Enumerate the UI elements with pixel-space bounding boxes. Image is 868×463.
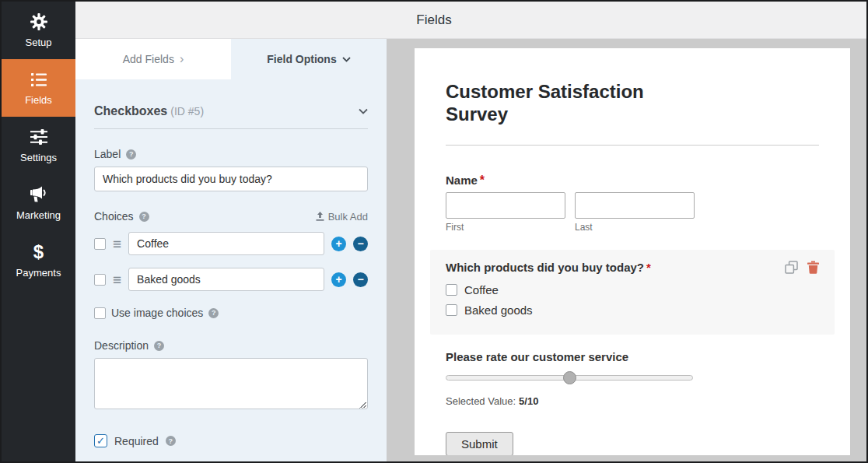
- add-choice-button[interactable]: +: [331, 272, 346, 287]
- field-type-title: Checkboxes(ID #5): [94, 104, 204, 118]
- drag-handle-icon[interactable]: ≡: [113, 272, 121, 287]
- description-textarea[interactable]: [94, 358, 368, 409]
- tab-field-options[interactable]: Field Options: [231, 39, 387, 79]
- sidebar-item-payments[interactable]: $ Payments: [2, 232, 75, 289]
- label-option-row: Label ?: [94, 148, 368, 160]
- choices-option-header: Choices ? Bulk Add: [94, 210, 368, 223]
- option-label: Coffee: [464, 283, 499, 296]
- duplicate-field-icon[interactable]: [785, 261, 798, 274]
- required-asterisk: *: [480, 174, 485, 187]
- topbar: [75, 2, 866, 39]
- name-last-input: [575, 192, 695, 219]
- sidebar-item-fields[interactable]: Fields: [2, 59, 75, 117]
- use-image-choices-row: Use image choices ?: [94, 307, 368, 319]
- slider-selected-value: Selected Value:5/10: [446, 395, 819, 407]
- choice-value-input[interactable]: [128, 232, 324, 255]
- help-icon[interactable]: ?: [166, 436, 176, 446]
- wpforms-form-builder: Fields Setup: [0, 0, 868, 463]
- field-id-label: (ID #5): [170, 105, 204, 118]
- chevron-down-icon: [342, 57, 351, 62]
- field-section-header[interactable]: Checkboxes(ID #5): [94, 104, 368, 118]
- form-preview-area: Customer Satisfaction Survey Name* First…: [387, 39, 866, 461]
- check-icon: ✓: [96, 436, 105, 446]
- sliders-icon: [30, 128, 47, 146]
- label-option-input[interactable]: [94, 167, 368, 191]
- sidebar-item-setup[interactable]: Setup: [2, 2, 75, 59]
- dollar-icon: $: [33, 243, 44, 261]
- choice-row: ≡ + −: [94, 232, 368, 255]
- choice-default-checkbox[interactable]: [94, 274, 106, 286]
- name-first-input: [446, 192, 565, 219]
- chevron-right-icon: ›: [180, 53, 184, 65]
- panel-tabs: Add Fields › Field Options: [75, 39, 387, 79]
- form-preview-card: Customer Satisfaction Survey Name* First…: [415, 48, 850, 455]
- submit-button[interactable]: Submit: [446, 432, 513, 455]
- option-checkbox: [446, 284, 457, 296]
- upload-icon: [316, 212, 324, 221]
- name-field-label: Name: [446, 174, 478, 187]
- delete-field-icon[interactable]: [807, 261, 819, 274]
- sidebar-item-label: Setup: [26, 37, 52, 48]
- description-option-row: Description ?: [94, 339, 368, 352]
- help-icon[interactable]: ?: [126, 149, 136, 160]
- tab-label: Field Options: [267, 53, 336, 65]
- sidebar-item-marketing[interactable]: Marketing: [2, 174, 75, 232]
- sidebar-item-label: Settings: [20, 152, 57, 163]
- label-option-title: Label: [94, 148, 121, 160]
- option-checkbox: [446, 304, 457, 316]
- form-title-divider: [446, 145, 819, 146]
- required-checkbox[interactable]: ✓: [94, 434, 107, 447]
- choices-option-title: Choices: [94, 210, 134, 223]
- checkboxes-field-label: Which products did you buy today?*: [446, 261, 651, 274]
- section-divider: [94, 128, 368, 129]
- megaphone-icon: [30, 185, 48, 204]
- choice-value-input[interactable]: [128, 268, 324, 291]
- required-asterisk: *: [646, 261, 651, 274]
- sidebar-item-settings[interactable]: Settings: [2, 117, 75, 174]
- sidebar-item-label: Marketing: [16, 209, 61, 221]
- description-option-title: Description: [94, 339, 149, 352]
- name-field[interactable]: Name* First Last: [446, 174, 819, 233]
- form-title: Customer Satisfaction Survey: [446, 81, 702, 126]
- choice-default-checkbox[interactable]: [94, 238, 106, 250]
- drag-handle-icon[interactable]: ≡: [113, 237, 121, 251]
- field-options-panel: Add Fields › Field Options Checkboxes(ID…: [75, 39, 387, 461]
- rating-field-label: Please rate our customer service: [446, 350, 819, 363]
- sidebar-item-label: Fields: [25, 94, 52, 106]
- checkbox-option: Baked goods: [446, 303, 819, 317]
- chevron-down-icon[interactable]: [359, 108, 368, 114]
- name-last-sublabel: Last: [575, 222, 695, 233]
- use-image-choices-label: Use image choices: [111, 307, 203, 319]
- rating-slider[interactable]: [446, 371, 693, 384]
- form-fields-icon: [31, 70, 47, 89]
- rating-field[interactable]: Please rate our customer service Selecte…: [446, 350, 819, 407]
- sidebar-item-label: Payments: [16, 267, 61, 279]
- help-icon[interactable]: ?: [154, 341, 164, 351]
- use-image-choices-checkbox[interactable]: [94, 307, 106, 319]
- remove-choice-button[interactable]: −: [353, 272, 368, 287]
- panel-content: Checkboxes(ID #5) Label ? Choices ?: [75, 79, 387, 447]
- help-icon[interactable]: ?: [139, 212, 149, 222]
- remove-choice-button[interactable]: −: [353, 237, 368, 251]
- name-first-sublabel: First: [446, 222, 565, 233]
- required-option-row: ✓ Required ?: [94, 434, 368, 447]
- choice-row: ≡ + −: [94, 268, 368, 291]
- gear-icon: [30, 12, 48, 31]
- add-choice-button[interactable]: +: [331, 237, 346, 251]
- option-label: Baked goods: [464, 303, 533, 317]
- slider-handle[interactable]: [563, 371, 576, 384]
- bulk-add-button[interactable]: Bulk Add: [316, 211, 368, 223]
- checkbox-option: Coffee: [446, 283, 819, 296]
- checkboxes-field-selected[interactable]: Which products did you buy today?*: [430, 250, 835, 335]
- tab-add-fields[interactable]: Add Fields ›: [75, 39, 231, 79]
- sidebar: Setup Fields Settings: [2, 2, 75, 461]
- help-icon[interactable]: ?: [208, 308, 219, 318]
- required-label: Required: [114, 435, 159, 447]
- tab-label: Add Fields: [123, 53, 174, 65]
